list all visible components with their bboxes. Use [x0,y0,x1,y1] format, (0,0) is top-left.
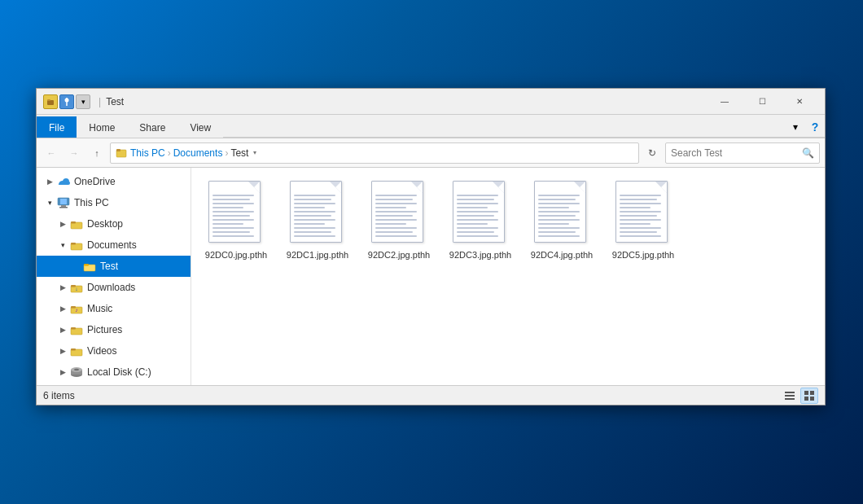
sidebar-item-downloads[interactable]: ▶ ↓ Downloads [37,277,191,298]
sidebar-label-test: Test [100,261,118,272]
downloads-folder-icon: ↓ [69,280,84,295]
this-pc-icon [56,195,71,210]
file-icon-1 [290,181,345,246]
search-icon[interactable]: 🔍 [802,147,814,159]
sidebar-label-this-pc: This PC [74,197,109,208]
ribbon-collapse-btn[interactable]: ▾ [786,116,805,138]
svg-rect-33 [804,391,808,395]
svg-text:♪: ♪ [75,307,78,313]
sidebar-item-onedrive[interactable]: ▶ OneDrive [37,171,191,192]
sidebar-label-local-disk: Local Disk (C:) [87,366,151,378]
svg-rect-1 [47,99,50,101]
search-bar[interactable]: 🔍 [665,142,820,164]
ribbon-tabs: File Home Share View ▾ ? [37,115,825,138]
file-icon-0 [208,181,264,246]
minimize-button[interactable]: — [706,89,743,115]
breadcrumb-dropdown[interactable]: ▾ [248,142,261,164]
breadcrumb-bar[interactable]: This PC › Documents › Test ▾ [110,142,639,164]
sidebar-label-documents: Documents [87,239,137,251]
file-name-1: 92DC1.jpg.pthh [287,249,348,261]
svg-rect-7 [60,199,67,204]
sidebar-item-test[interactable]: Test [37,256,191,277]
sidebar-item-music[interactable]: ▶ ♪ Music [37,298,191,319]
list-view-button[interactable] [781,388,799,404]
file-item-1[interactable]: 92DC1.jpg.pthh [281,176,354,265]
file-item-3[interactable]: 92DC3.jpg.pthh [444,176,517,265]
quick-access-toolbar: ▾ [43,94,90,109]
sidebar-label-downloads: Downloads [87,282,135,293]
status-bar: 6 items [37,385,825,405]
file-item-2[interactable]: 92DC2.jpg.pthh [362,176,436,265]
svg-rect-32 [785,398,795,400]
breadcrumb-this-pc[interactable]: This PC [130,147,165,159]
expand-arrow-music: ▶ [56,302,69,315]
tab-home[interactable]: Home [77,116,127,138]
expand-arrow-downloads: ▶ [56,281,69,294]
sidebar-item-documents[interactable]: ▾ Documents [37,234,191,256]
svg-rect-30 [785,392,795,393]
back-button[interactable]: ← [42,143,61,163]
view-toggle [781,388,818,404]
svg-rect-34 [810,391,814,395]
sidebar-item-this-pc[interactable]: ▾ This PC [37,192,191,213]
location-icon [116,147,127,159]
folder-quick-btn[interactable] [43,94,58,109]
close-button[interactable]: ✕ [781,89,818,115]
file-grid: 92DC0.jpg.pthh [199,176,817,265]
sidebar-item-local-disk[interactable]: ▶ Local Disk (C:) [37,362,191,383]
expand-arrow-desktop: ▶ [56,217,69,230]
forward-button[interactable]: → [64,143,84,163]
pin-quick-btn[interactable] [59,94,74,109]
tab-file[interactable]: File [37,116,77,138]
svg-rect-31 [785,395,795,397]
expand-arrow-videos: ▶ [56,344,69,357]
svg-text:↓: ↓ [75,286,78,291]
expand-arrow-test [69,260,82,273]
file-icon-5 [615,181,671,246]
sidebar: ▶ OneDrive ▾ This PC ▶ Desktop [37,168,191,385]
sidebar-item-desktop[interactable]: ▶ Desktop [37,213,191,234]
file-item-4[interactable]: 92DC4.jpg.pthh [525,176,598,265]
ribbon: File Home Share View ▾ ? [37,115,825,138]
refresh-button[interactable]: ↻ [642,143,662,163]
breadcrumb-documents[interactable]: Documents [173,147,223,159]
sidebar-label-desktop: Desktop [87,218,123,230]
file-icon-4 [534,181,589,246]
file-icon-2 [371,181,427,246]
file-area: 92DC0.jpg.pthh [191,168,825,385]
documents-folder-icon [69,238,84,252]
svg-rect-13 [71,243,76,245]
breadcrumb-test[interactable]: Test [230,147,248,159]
search-input[interactable] [671,147,802,159]
file-name-2: 92DC2.jpg.pthh [368,249,430,261]
sidebar-item-videos[interactable]: ▶ Videos [37,340,191,362]
dropdown-quick-btn[interactable]: ▾ [76,94,90,109]
window-title: Test [106,96,706,107]
file-name-0: 92DC0.jpg.pthh [205,249,267,261]
music-folder-icon: ♪ [69,301,84,316]
file-name-4: 92DC4.jpg.pthh [531,249,593,261]
sidebar-label-onedrive: OneDrive [74,176,116,187]
file-name-5: 92DC5.jpg.pthh [612,249,674,261]
svg-rect-5 [116,149,120,151]
maximize-button[interactable]: ☐ [743,89,781,115]
item-count: 6 items [43,390,75,401]
details-view-button[interactable] [800,388,818,404]
file-item-0[interactable]: 92DC0.jpg.pthh [199,176,273,265]
sidebar-label-videos: Videos [87,345,116,357]
file-item-5[interactable]: 92DC5.jpg.pthh [607,176,680,265]
svg-rect-11 [71,221,76,224]
svg-point-29 [74,369,79,370]
tab-share[interactable]: Share [127,116,177,138]
tab-view[interactable]: View [177,116,223,138]
sidebar-item-pictures[interactable]: ▶ Pictures [37,319,191,340]
sidebar-label-music: Music [87,303,112,314]
svg-rect-15 [84,264,89,266]
main-content: ▶ OneDrive ▾ This PC ▶ Desktop [37,168,825,385]
svg-point-3 [65,98,69,102]
expand-arrow-documents: ▾ [56,239,69,252]
svg-rect-9 [59,207,68,208]
up-button[interactable]: ↑ [87,143,107,163]
sidebar-label-pictures: Pictures [87,324,122,335]
help-btn[interactable]: ? [805,116,825,138]
